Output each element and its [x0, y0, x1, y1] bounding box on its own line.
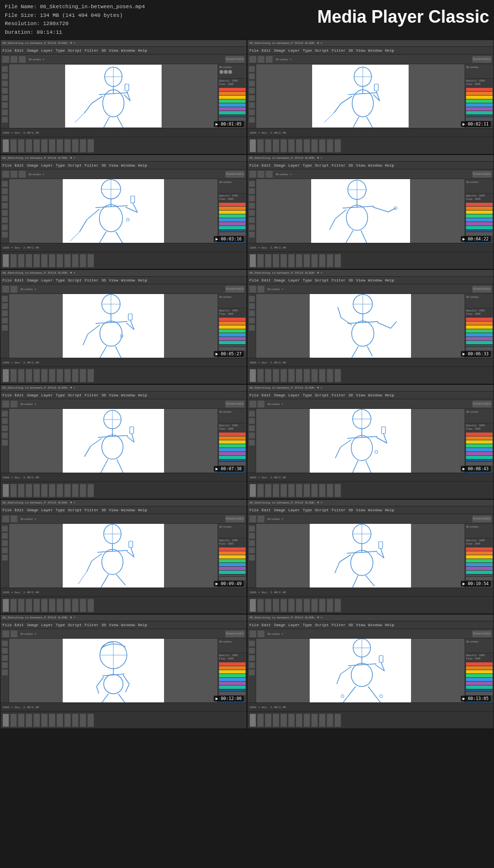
thumbnail-11[interactable]: 06_Sketching in-between_P 2F1L6 ALIGN: ▼…: [0, 614, 247, 729]
ps-canvas-area-12: [256, 639, 465, 702]
ps-timeline-1: [0, 137, 247, 154]
timestamp-4: ▶ 00:04:22: [461, 236, 491, 242]
svg-rect-38: [131, 196, 135, 203]
svg-line-135: [366, 575, 374, 586]
ps-canvas-4: [311, 179, 410, 243]
ps-timeline-11: [0, 711, 247, 728]
svg-point-33: [99, 205, 123, 232]
ps-menubar-12: FileEditImageLayerTypeScriptFilter3DView…: [247, 621, 494, 629]
svg-line-32: [96, 206, 128, 208]
file-size-label: File Size:: [5, 13, 37, 18]
ps-menubar-10: FileEditImageLayerTypeScriptFilter3DView…: [247, 506, 494, 514]
ps-timeline-4: [247, 252, 494, 269]
ps-left-tools-12: [247, 639, 256, 702]
resolution-label: Resolution:: [5, 21, 40, 27]
svg-line-86: [98, 435, 128, 437]
timestamp-9: ▶ 00:09:49: [214, 581, 244, 587]
svg-line-11: [104, 117, 110, 127]
ps-right-panel-2: Brushes Opacity: 100% Flow: 100%: [465, 64, 494, 128]
svg-line-51: [373, 207, 388, 212]
svg-line-62: [88, 325, 100, 334]
ps-titlebar-3: 06_Sketching in-between_P 2F1L6 ALIGN: ▼…: [0, 155, 247, 162]
svg-line-143: [96, 686, 99, 694]
ps-timeline-7: [0, 481, 247, 499]
timestamp-2: ▶ 00:02:11: [461, 121, 491, 127]
resolution-line: Resolution: 1280x720: [5, 20, 145, 28]
timestamp-8: ▶ 00:08:43: [461, 466, 491, 472]
svg-line-55: [361, 230, 367, 243]
thumbnail-9[interactable]: 06_Sketching in-between_P 2F1L6 ALIGN: ▼…: [0, 499, 247, 614]
svg-point-75: [352, 321, 374, 346]
thumbnail-6[interactable]: 06_Sketching in-between_P 2F1L6 ALIGN: ▼…: [247, 269, 494, 384]
svg-line-40: [116, 232, 123, 243]
ps-canvas-area-6: [256, 294, 465, 358]
thumbnail-10[interactable]: 06_Sketching in-between_P 2F1L6 ALIGN: ▼…: [247, 499, 494, 614]
ps-canvas-area-1: [9, 64, 218, 128]
thumbnail-8[interactable]: 06_Sketching in-between_P 2F1L6 ALIGN: ▼…: [247, 384, 494, 499]
ps-titlebar-4: 06_Sketching in-between_P 2F1L6 ALIGN: ▼…: [247, 155, 494, 162]
svg-line-122: [78, 572, 87, 584]
svg-line-159: [343, 686, 356, 703]
timestamp-7: ▶ 00:07:38: [214, 466, 244, 472]
duration-value: 00:14:11: [37, 29, 62, 35]
file-info: File Name: 06_Sketching_in-between_poses…: [5, 3, 145, 37]
thumbnail-2[interactable]: 06_Sketching in-between_P 2F1L6 ALIGN: ▼…: [247, 40, 494, 154]
svg-line-107: [366, 461, 371, 473]
svg-rect-92: [130, 427, 134, 434]
ps-left-tools-1: [0, 64, 9, 128]
svg-rect-158: [379, 656, 383, 662]
ps-left-tools-10: [247, 524, 256, 588]
ps-titlebar-1: 06_Sketching in-between_P 2F1L6 ALIGN: ▼…: [0, 40, 247, 47]
ps-bottom-bar-11: 100% ▾ Doc: 2.4M/2.4M: [0, 702, 247, 711]
svg-line-129: [340, 555, 351, 562]
svg-line-76: [341, 318, 352, 325]
ps-menubar-11: FileEditImageLayerTypeScriptFilter3DView…: [0, 621, 247, 629]
ps-canvas-area-8: [256, 409, 465, 473]
svg-point-162: [380, 695, 383, 698]
ps-bottom-bar-12: 100% ▾ Doc: 2.4M/2.4M: [247, 702, 494, 711]
thumbnail-3[interactable]: 06_Sketching in-between_P 2F1L6 ALIGN: ▼…: [0, 154, 247, 269]
ps-bottom-bar-8: 100% ▾ Doc: 2.4M/2.4M: [247, 473, 494, 481]
thumbnail-1[interactable]: 06_Sketching in-between_P 2F1L6 ALIGN: ▼…: [0, 40, 247, 154]
timestamp-5: ▶ 00:05:27: [214, 351, 244, 357]
svg-line-54: [346, 230, 353, 243]
svg-rect-105: [382, 427, 385, 434]
ps-timeline-5: [0, 366, 247, 384]
ps-right-panel-7: Brushes Opacity: 100% Flow: 100%: [218, 409, 247, 473]
ps-menubar-6: FileEditImageLayerTypeScriptFilter3DView…: [247, 277, 494, 284]
svg-line-36: [125, 207, 137, 212]
svg-line-147: [118, 694, 125, 703]
file-name-label: File Name:: [5, 4, 37, 10]
thumbnail-12[interactable]: 06_Sketching in-between_P 2F1L6 ALIGN: ▼…: [247, 614, 494, 729]
svg-line-144: [123, 675, 129, 684]
ps-titlebar-12: 06_Sketching in-between_P 2F1L6 ALIGN: ▼…: [247, 615, 494, 621]
ps-timeline-8: [247, 481, 494, 499]
ps-canvas-area-10: [256, 524, 465, 588]
ps-menubar-8: FileEditImageLayerTypeScriptFilter3DView…: [247, 392, 494, 399]
svg-line-47: [343, 206, 374, 208]
svg-line-49: [335, 210, 346, 219]
ps-toolbar-4: Brushes ▾ Essentials: [247, 169, 494, 179]
file-name-value: 06_Sketching_in-between_poses.mp4: [40, 4, 145, 10]
ps-toolbar-7: Brushes ▾ Essentials: [0, 399, 247, 409]
thumbnail-7[interactable]: 06_Sketching in-between_P 2F1L6 ALIGN: ▼…: [0, 384, 247, 499]
ps-left-tools-9: [0, 524, 9, 588]
svg-point-61: [100, 321, 122, 346]
ps-menubar-4: FileEditImageLayerTypeScriptFilter3DView…: [247, 162, 494, 169]
thumbnail-4[interactable]: 06_Sketching in-between_P 2F1L6 ALIGN: ▼…: [247, 154, 494, 269]
thumbnail-5[interactable]: 06_Sketching in-between_P 2F1L6 ALIGN: ▼…: [0, 269, 247, 384]
ps-menubar-5: FileEditImageLayerTypeScriptFilter3DView…: [0, 277, 247, 284]
timestamp-3: ▶ 00:03:16: [214, 236, 244, 242]
ps-toolbar-10: Brushes ▾ Essentials: [247, 514, 494, 524]
ps-titlebar-2: 06_Sketching in-between_P 2F1L6 ALIGN: ▼…: [247, 40, 494, 47]
ps-timeline-9: [0, 596, 247, 614]
svg-line-68: [115, 346, 122, 358]
ps-left-tools-8: [247, 409, 256, 473]
svg-line-39: [99, 232, 106, 243]
svg-line-99: [347, 436, 377, 438]
ps-timeline-6: [247, 366, 494, 384]
ps-bottom-bar-3: 100% ▾ Doc: 2.4M/2.4M: [0, 243, 247, 252]
svg-rect-24: [374, 84, 378, 91]
ps-left-tools-11: [0, 639, 9, 702]
timestamp-6: ▶ 00:06:33: [461, 351, 491, 357]
